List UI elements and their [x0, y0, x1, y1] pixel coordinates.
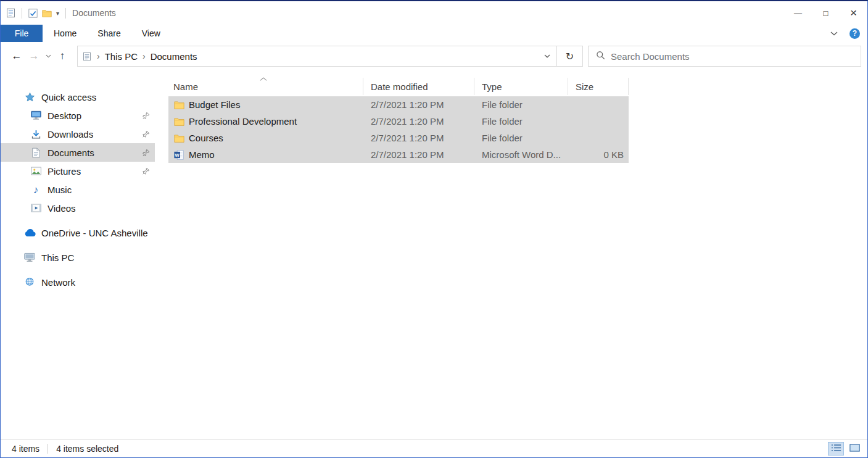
details-view-button[interactable]: [828, 442, 844, 456]
file-name: Budget Files: [189, 99, 240, 110]
folder-icon: [173, 101, 184, 109]
sidebar-item-pictures[interactable]: Pictures: [1, 162, 155, 180]
file-date: 2/7/2021 1:20 PM: [363, 113, 474, 130]
minimize-icon: —: [794, 9, 802, 18]
quick-access-star-icon: [23, 92, 36, 102]
spacer: [1, 217, 155, 223]
window-title: Documents: [72, 8, 116, 18]
navigation-pane: Quick access Desktop Downloads: [1, 70, 155, 439]
minimize-button[interactable]: —: [784, 1, 812, 25]
sidebar-item-network[interactable]: Network: [1, 273, 155, 291]
file-row-memo[interactable]: W Memo 2/7/2021 1:20 PM Microsoft Word D…: [168, 146, 629, 163]
sidebar-item-label: OneDrive - UNC Asheville: [41, 228, 150, 238]
explorer-system-icon[interactable]: [6, 8, 15, 18]
column-headers: Name Date modified Type Size: [168, 72, 867, 95]
tab-view[interactable]: View: [132, 25, 170, 42]
file-date: 2/7/2021 1:20 PM: [363, 96, 474, 113]
sidebar-item-label: Pictures: [48, 166, 142, 177]
recent-locations-chevron-icon[interactable]: [43, 47, 54, 65]
network-globe-icon: [23, 277, 36, 287]
column-header-name[interactable]: Name: [168, 78, 363, 95]
sidebar-item-quick-access[interactable]: Quick access: [1, 88, 155, 106]
sidebar-item-label: Downloads: [48, 129, 142, 139]
caption-buttons: — □ ×: [784, 1, 867, 25]
file-list-pane: Name Date modified Type Size Budget File…: [155, 70, 867, 439]
column-header-type[interactable]: Type: [474, 78, 568, 95]
file-row-budget-files[interactable]: Budget Files 2/7/2021 1:20 PM File folde…: [168, 96, 629, 113]
sidebar-item-music[interactable]: ♪ Music: [1, 180, 155, 199]
file-name: Courses: [189, 133, 223, 143]
pin-icon: [142, 130, 150, 138]
svg-text:W: W: [175, 152, 180, 157]
file-size: [568, 96, 629, 113]
address-toolbar: ← → ↑ › This PC › Documents ↻: [1, 42, 867, 70]
spacer: [1, 242, 155, 248]
divider: [22, 8, 22, 19]
sidebar-item-this-pc[interactable]: This PC: [1, 248, 155, 267]
file-row-courses[interactable]: Courses 2/7/2021 1:20 PM File folder: [168, 130, 629, 146]
help-icon[interactable]: ?: [849, 28, 860, 39]
up-button[interactable]: ↑: [54, 47, 71, 65]
refresh-icon: ↻: [566, 51, 574, 62]
file-name: Memo: [189, 149, 215, 160]
sidebar-item-downloads[interactable]: Downloads: [1, 125, 155, 143]
sidebar-item-videos[interactable]: Videos: [1, 199, 155, 217]
maximize-button[interactable]: □: [812, 1, 840, 25]
tab-share[interactable]: Share: [88, 25, 130, 42]
sidebar-item-documents[interactable]: Documents: [1, 143, 155, 162]
column-header-size[interactable]: Size: [568, 78, 629, 95]
file-type: Microsoft Word D...: [474, 146, 568, 163]
search-icon: [596, 51, 605, 62]
status-bar: 4 items 4 items selected: [1, 439, 867, 457]
expand-ribbon-chevron-icon[interactable]: [827, 27, 841, 40]
file-date: 2/7/2021 1:20 PM: [363, 146, 474, 163]
close-button[interactable]: ×: [840, 1, 867, 25]
ribbon-tabs: File Home Share View ?: [1, 25, 867, 42]
sidebar-item-label: Network: [41, 277, 150, 288]
properties-check-icon[interactable]: [28, 9, 38, 18]
file-size: [568, 130, 629, 146]
address-bar[interactable]: › This PC › Documents: [77, 46, 557, 67]
breadcrumb-this-pc[interactable]: This PC: [104, 51, 139, 62]
music-note-icon: ♪: [29, 185, 43, 195]
selected-count: 4 items selected: [56, 444, 118, 454]
sidebar-item-label: Videos: [48, 203, 150, 214]
sidebar-item-label: Documents: [48, 148, 142, 158]
spacer: [1, 267, 155, 273]
tab-file[interactable]: File: [1, 25, 43, 42]
large-icons-view-icon: [849, 444, 860, 454]
pin-icon: [142, 167, 150, 175]
sidebar-item-desktop[interactable]: Desktop: [1, 106, 155, 125]
title-bar: ▾ Documents — □ ×: [1, 1, 867, 25]
divider: [65, 8, 66, 19]
pin-icon: [142, 149, 150, 157]
large-icons-view-button[interactable]: [846, 442, 862, 456]
breadcrumb-chevron[interactable]: ›: [139, 51, 149, 61]
breadcrumb-documents[interactable]: Documents: [149, 51, 199, 62]
column-header-date-modified[interactable]: Date modified: [363, 78, 474, 95]
word-document-icon: W: [173, 150, 184, 160]
downloads-icon: [29, 129, 43, 139]
back-button[interactable]: ←: [8, 47, 25, 65]
item-count: 4 items: [12, 444, 39, 454]
file-row-professional-development[interactable]: Professional Development 2/7/2021 1:20 P…: [168, 113, 629, 130]
file-date: 2/7/2021 1:20 PM: [363, 130, 474, 146]
address-dropdown-chevron-icon[interactable]: [538, 46, 556, 66]
refresh-button[interactable]: ↻: [557, 46, 583, 67]
videos-icon: [29, 204, 43, 212]
forward-button[interactable]: →: [25, 47, 43, 65]
qat-dropdown-chevron-icon[interactable]: ▾: [56, 10, 59, 17]
file-size: [568, 113, 629, 130]
file-rows: Budget Files 2/7/2021 1:20 PM File folde…: [168, 96, 867, 163]
tab-home[interactable]: Home: [44, 25, 86, 42]
main-area: Quick access Desktop Downloads: [1, 70, 867, 439]
sidebar-item-onedrive[interactable]: OneDrive - UNC Asheville: [1, 223, 155, 242]
breadcrumb-chevron[interactable]: ›: [93, 51, 104, 61]
sidebar-item-label: Quick access: [41, 92, 150, 102]
new-folder-icon[interactable]: [42, 9, 52, 17]
search-input[interactable]: [611, 51, 856, 62]
file-size: 0 KB: [568, 146, 629, 163]
desktop-icon: [29, 110, 43, 120]
onedrive-cloud-icon: [23, 229, 36, 237]
divider: [48, 444, 48, 454]
